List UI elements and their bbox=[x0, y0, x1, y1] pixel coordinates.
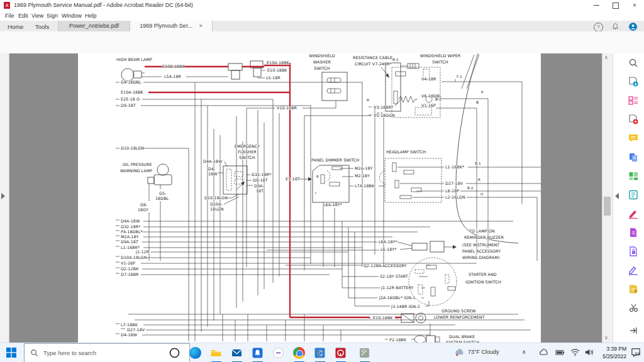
avatar[interactable] bbox=[629, 23, 637, 31]
tab-document-1[interactable]: Power_Antriebe.pdf bbox=[58, 21, 130, 31]
tab-tools[interactable]: Tools bbox=[35, 23, 49, 30]
convert-icon[interactable] bbox=[628, 227, 639, 238]
menu-window[interactable]: Window bbox=[62, 13, 82, 19]
edit-pdf-icon[interactable] bbox=[628, 95, 639, 106]
misc-app-icon[interactable] bbox=[358, 347, 370, 359]
wire-label: P bbox=[481, 90, 484, 94]
wire-label: G6- bbox=[140, 202, 147, 207]
wire-label: D4A-18W bbox=[121, 219, 140, 223]
scan-ocr-icon[interactable] bbox=[628, 189, 639, 200]
create-pdf-icon[interactable] bbox=[628, 114, 639, 125]
component-label: WARNING LAMP bbox=[120, 168, 152, 173]
mail-icon[interactable] bbox=[231, 347, 243, 359]
search-glyph-icon bbox=[30, 349, 38, 357]
wire-label: L7-18BK bbox=[121, 322, 138, 327]
fill-sign-icon[interactable] bbox=[628, 208, 639, 219]
component-label: (SEE INSTRUMENT bbox=[462, 243, 499, 247]
weather-icon[interactable] bbox=[454, 347, 465, 358]
weather-text[interactable]: 73°F Cloudy bbox=[468, 349, 499, 355]
wire-label: V10-18BR bbox=[277, 106, 297, 110]
help-icon[interactable]: ? bbox=[594, 23, 603, 32]
tab-document-2-active[interactable]: 1969 Plymouth Ser... × bbox=[130, 21, 213, 31]
component-label: LOWER REINFORCEMENT bbox=[434, 315, 485, 319]
bell-icon[interactable] bbox=[611, 23, 619, 31]
pdf-page: HIGH BEAM LAMPE10B-18BKL5A-18RE10A-18BKE… bbox=[78, 53, 541, 343]
action-center-icon[interactable]: 27 bbox=[630, 347, 641, 358]
battery-icon[interactable] bbox=[555, 347, 565, 358]
wire-label: M2-18Y bbox=[355, 173, 370, 178]
wifi-icon[interactable] bbox=[570, 347, 580, 358]
wire-label: 18GY bbox=[138, 207, 148, 212]
tab-close-icon[interactable]: × bbox=[199, 23, 202, 29]
component-label: HIGH BEAM LAMP bbox=[116, 57, 152, 62]
scrollbar-thumb[interactable] bbox=[604, 197, 611, 216]
prepare-form-icon[interactable] bbox=[628, 283, 639, 295]
maximize-button[interactable] bbox=[606, 0, 625, 11]
export-pdf-icon[interactable] bbox=[628, 76, 639, 87]
wire-label: E10-18BK bbox=[373, 315, 393, 320]
wire-label: H bbox=[480, 192, 483, 196]
wire-label: V1-16P bbox=[421, 103, 436, 107]
component-label: WIRING DIAGRAM) bbox=[462, 255, 500, 260]
code-app-icon[interactable]: C bbox=[314, 347, 326, 359]
window-title: 1969 Plymouth Service Manual.pdf - Adobe… bbox=[14, 2, 193, 8]
wire-label: D10-18LGN bbox=[204, 195, 228, 200]
wiring-diagram: HIGH BEAM LAMPE10B-18BKL5A-18RE10A-18BKE… bbox=[78, 53, 541, 343]
menu-sign[interactable]: Sign bbox=[47, 13, 58, 19]
wire-label: E2E-18 O bbox=[121, 97, 140, 101]
component-label: CIRCUIT V7-24BR* bbox=[355, 62, 392, 66]
wire-label: D4-18W bbox=[121, 332, 138, 337]
menu-file[interactable]: File bbox=[5, 13, 14, 19]
menu-help[interactable]: Help bbox=[85, 13, 97, 19]
onedrive-icon[interactable] bbox=[538, 347, 549, 358]
combine-files-icon[interactable] bbox=[628, 151, 639, 163]
search-placeholder: Type here to search bbox=[43, 349, 96, 356]
organize-pages-icon[interactable] bbox=[628, 170, 639, 182]
notifications-app-icon[interactable] bbox=[252, 347, 264, 359]
wire-label: J1-12R BATTERY bbox=[380, 285, 413, 290]
wire-label: M2A-18Y bbox=[121, 234, 138, 239]
minimize-button[interactable] bbox=[587, 0, 606, 11]
clock-time: 3:39 PM bbox=[596, 345, 626, 353]
sticky-app-icon[interactable] bbox=[272, 347, 284, 359]
component-label: GROUND SCREW bbox=[441, 309, 476, 313]
acrobat-taskbar-icon[interactable] bbox=[335, 347, 347, 359]
close-button[interactable]: × bbox=[625, 0, 644, 11]
clock[interactable]: 3:39 PM 5/25/2022 bbox=[596, 345, 626, 360]
wire-label: P2-18BK bbox=[389, 337, 407, 342]
svg-text:C: C bbox=[318, 350, 322, 357]
tab-home[interactable]: Home bbox=[8, 23, 23, 30]
component-label: OIL PRESSURE bbox=[123, 162, 152, 167]
menu-edit[interactable]: Edit bbox=[18, 13, 28, 19]
more-tools-icon[interactable] bbox=[628, 302, 639, 314]
protect-icon[interactable] bbox=[628, 246, 639, 257]
speaker-icon[interactable] bbox=[584, 347, 594, 358]
tray-chevron-icon[interactable]: ∧ bbox=[522, 349, 526, 355]
comment-tool-icon[interactable] bbox=[628, 133, 639, 144]
start-button-icon[interactable] bbox=[6, 348, 16, 358]
edge-icon[interactable] bbox=[189, 347, 201, 359]
component-label: SWITCH bbox=[314, 66, 330, 70]
wire-label: V4-18R bbox=[421, 77, 436, 81]
cortana-icon[interactable] bbox=[169, 347, 180, 359]
wire-label: B-1 bbox=[475, 162, 481, 165]
search-icon[interactable] bbox=[628, 57, 639, 69]
component-label: DUAL BRAKE bbox=[449, 334, 475, 339]
wire-label: D10A- bbox=[210, 202, 223, 206]
component-label: PANEL DIMMER SWITCH bbox=[311, 158, 360, 162]
chrome-icon[interactable] bbox=[293, 347, 305, 359]
windows-taskbar: Type here to search C 73°F Cloudy ∧ bbox=[0, 343, 644, 362]
scroll-up-icon[interactable]: ∧ bbox=[604, 55, 608, 60]
scroll-down-icon[interactable]: ∨ bbox=[604, 335, 608, 341]
taskbar-search-input[interactable]: Type here to search bbox=[24, 343, 190, 362]
clock-date: 5/25/2022 bbox=[596, 353, 626, 360]
wire-label: L1-16BK* bbox=[445, 165, 464, 169]
right-panel-expand-icon[interactable] bbox=[615, 193, 619, 199]
collapse-pane-icon[interactable] bbox=[628, 325, 639, 336]
wire-label: D32-18R* bbox=[252, 172, 271, 177]
wire-label: D4A-18W bbox=[203, 159, 223, 163]
certificates-icon[interactable] bbox=[628, 265, 639, 276]
file-explorer-icon[interactable] bbox=[210, 347, 222, 359]
menu-view[interactable]: View bbox=[31, 13, 43, 19]
left-panel-expand-icon[interactable] bbox=[1, 193, 5, 199]
